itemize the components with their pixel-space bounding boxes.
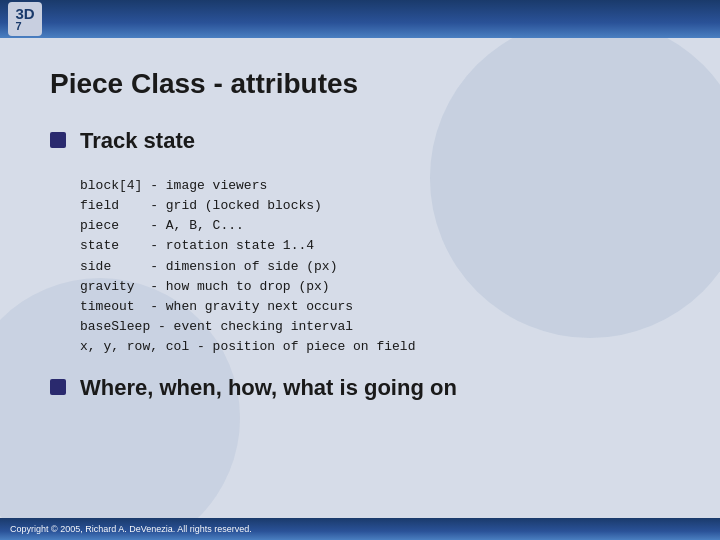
section1: Track state [50, 128, 670, 154]
top-bar: 3D 7 [0, 0, 720, 38]
logo-bottom: 7 [15, 21, 34, 32]
section2: Where, when, how, what is going on [50, 375, 670, 401]
logo-top: 3D [15, 6, 34, 21]
copyright-text: Copyright © 2005, Richard A. DeVenezia. … [10, 524, 252, 534]
logo: 3D 7 [8, 2, 42, 36]
main-content: Piece Class - attributes Track state blo… [0, 38, 720, 518]
code-block: block[4] - image viewers field - grid (l… [80, 176, 670, 357]
section2-heading: Where, when, how, what is going on [80, 375, 457, 401]
bottom-bar: Copyright © 2005, Richard A. DeVenezia. … [0, 518, 720, 540]
content-inner: Piece Class - attributes Track state blo… [50, 68, 670, 401]
bullet-icon-1 [50, 132, 66, 148]
section1-content: Track state [80, 128, 195, 154]
section1-heading: Track state [80, 128, 195, 154]
bullet-icon-2 [50, 379, 66, 395]
page-title: Piece Class - attributes [50, 68, 670, 100]
